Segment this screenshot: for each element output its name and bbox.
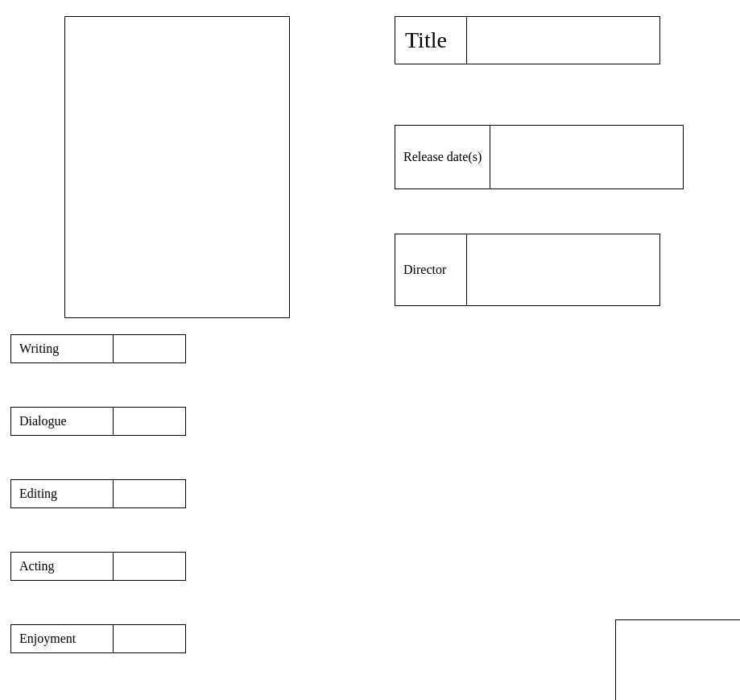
dialogue-label: Dialogue [10,407,114,436]
release-date-row: Release date(s) [395,125,684,189]
writing-row: Writing [10,334,186,363]
acting-value[interactable] [114,552,186,581]
title-label: Title [395,16,467,64]
release-date-label: Release date(s) [395,125,490,189]
editing-label: Editing [10,479,114,508]
release-date-value[interactable] [490,125,684,189]
page-container: Writing Dialogue Editing Acting Enjoymen… [0,0,740,700]
writing-value[interactable] [114,334,186,363]
bottom-right-box [615,619,740,700]
writing-label: Writing [10,334,114,363]
dialogue-value[interactable] [114,407,186,436]
editing-row: Editing [10,479,186,508]
director-label: Director [395,234,467,306]
title-row: Title [395,16,660,64]
movie-poster-box [64,16,290,318]
editing-value[interactable] [114,479,186,508]
acting-row: Acting [10,552,186,581]
director-value[interactable] [467,234,660,306]
dialogue-row: Dialogue [10,407,186,436]
enjoyment-label: Enjoyment [10,624,114,653]
director-row: Director [395,234,660,306]
acting-label: Acting [10,552,114,581]
enjoyment-value[interactable] [114,624,186,653]
enjoyment-row: Enjoyment [10,624,186,653]
title-value[interactable] [467,16,660,64]
